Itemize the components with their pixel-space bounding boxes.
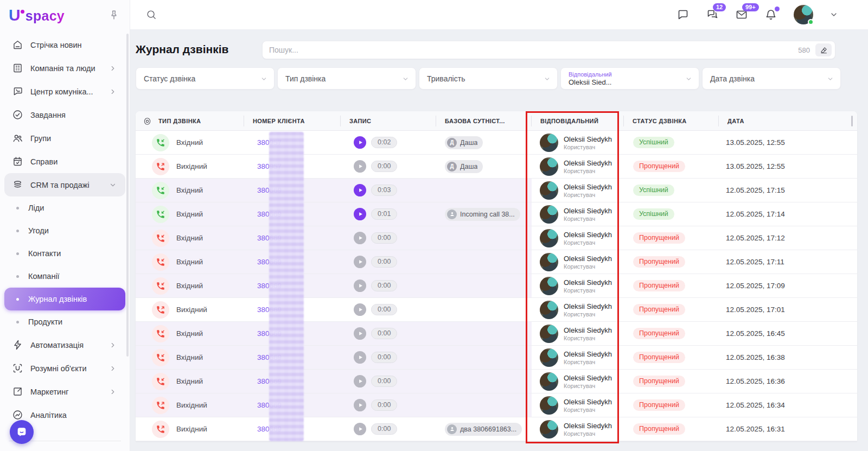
client-number-link[interactable]: 380957 bbox=[257, 162, 282, 170]
filter-select-0[interactable]: Статус дзвінка bbox=[136, 67, 275, 90]
sidebar-item-8[interactable]: Угоди bbox=[4, 219, 125, 242]
search-input[interactable] bbox=[269, 46, 798, 54]
play-button[interactable] bbox=[354, 280, 366, 292]
responsible-name: Oleksii Siedykh bbox=[564, 278, 612, 287]
client-number-link[interactable]: 380669 bbox=[257, 401, 282, 409]
sidebar-item-3[interactable]: Завдання bbox=[4, 103, 125, 126]
client-number-link[interactable]: 380669 bbox=[257, 186, 282, 194]
play-button[interactable] bbox=[354, 160, 366, 173]
column-header-6[interactable]: ДАТА bbox=[719, 111, 857, 131]
sidebar-item-11[interactable]: Журнал дзвінків bbox=[4, 288, 125, 310]
play-button[interactable] bbox=[354, 327, 366, 340]
topbar: 12 99+ bbox=[130, 0, 868, 30]
column-header-5[interactable]: СТАТУС ДЗВІНКА bbox=[624, 111, 719, 131]
sidebar-item-9[interactable]: Контакти bbox=[4, 242, 125, 265]
play-button[interactable] bbox=[354, 184, 366, 196]
table-row[interactable]: Вихідний 380669 0:00 два 3806691863... O… bbox=[136, 417, 857, 441]
client-number-link[interactable]: 380669 bbox=[257, 329, 282, 338]
filter-select-4[interactable]: Дата дзвінка bbox=[702, 67, 841, 90]
user-avatar[interactable] bbox=[794, 5, 813, 24]
table-row[interactable]: Вхідний 380669 0:00 Oleksii Siedykh Кори… bbox=[136, 226, 857, 250]
column-header-2[interactable]: ЗАПИС bbox=[341, 111, 436, 131]
sidebar-item-5[interactable]: Справи bbox=[4, 150, 125, 173]
column-header-3[interactable]: БАЗОВА СУТНІСТ... bbox=[436, 111, 532, 131]
gear-icon[interactable] bbox=[143, 117, 152, 126]
responsible-avatar bbox=[540, 134, 558, 152]
play-button[interactable] bbox=[354, 351, 366, 364]
sidebar-item-14[interactable]: Розумні об'єкти bbox=[4, 357, 125, 380]
client-number-link[interactable]: 380957 bbox=[257, 138, 282, 147]
play-button[interactable] bbox=[354, 423, 366, 435]
column-header-4[interactable]: ВІДПОВІДАЛЬНИЙ bbox=[532, 111, 624, 131]
global-search-icon[interactable] bbox=[145, 9, 157, 21]
client-number-link[interactable]: 380669 bbox=[257, 234, 282, 242]
sidebar-item-13[interactable]: Автоматизація bbox=[4, 333, 125, 357]
call-datetime: 12.05.2025, 17:14 bbox=[726, 210, 785, 218]
table-row[interactable]: Вхідний 380669 0:01 Incoming call 38... … bbox=[136, 202, 857, 226]
logo-u: U bbox=[9, 6, 21, 24]
table-row[interactable]: Вхідний 380669 0:00 Oleksii Siedykh Кори… bbox=[136, 274, 857, 298]
task-icon bbox=[12, 109, 23, 120]
sidebar-item-12[interactable]: Продукти bbox=[4, 310, 125, 333]
filter-responsible[interactable]: Відповідальний Oleksii Sied... bbox=[560, 67, 699, 90]
mail-icon[interactable]: 99+ bbox=[735, 8, 748, 21]
client-number-link[interactable]: 380669 bbox=[257, 425, 282, 433]
column-header-0[interactable]: ТИП ДЗВІНКА bbox=[136, 111, 244, 131]
clear-search-icon[interactable] bbox=[815, 43, 832, 56]
play-button[interactable] bbox=[354, 303, 366, 316]
support-chat-button[interactable] bbox=[10, 420, 34, 444]
sidebar-item-0[interactable]: Стрічка новин bbox=[4, 33, 125, 56]
responsible-role: Користувач bbox=[564, 168, 612, 174]
client-number-link[interactable]: 380669 bbox=[257, 282, 282, 290]
responsible-name: Oleksii Siedykh bbox=[564, 398, 612, 406]
filter-select-1[interactable]: Тип дзвінка bbox=[277, 67, 416, 90]
bullet-icon bbox=[16, 207, 19, 209]
column-header-1[interactable]: НОМЕР КЛІЄНТА bbox=[244, 111, 341, 131]
table-row[interactable]: Вихідний 380669 0:00 Oleksii Siedykh Кор… bbox=[136, 298, 857, 322]
sidebar-scrollbar[interactable] bbox=[126, 34, 129, 357]
table-scrollbar[interactable] bbox=[851, 116, 853, 126]
sidebar-item-1[interactable]: Компанія та люди bbox=[4, 56, 125, 80]
pin-sidebar-icon[interactable] bbox=[108, 9, 120, 21]
play-button[interactable] bbox=[354, 208, 366, 220]
filter-select-2[interactable]: Тривалість bbox=[419, 67, 558, 90]
sidebar-item-2[interactable]: Центр комуніка... bbox=[4, 80, 125, 103]
chat-icon[interactable] bbox=[676, 8, 690, 21]
table-row[interactable]: Вхідний 380669 0:00 Oleksii Siedykh Кори… bbox=[136, 250, 857, 274]
sidebar-item-10[interactable]: Компанії bbox=[4, 265, 125, 288]
table-row[interactable]: Вхідний 380669 0:00 Oleksii Siedykh Кори… bbox=[136, 322, 857, 346]
base-entity-chip[interactable]: Incoming call 38... bbox=[445, 208, 520, 221]
table-row[interactable]: Вхідний 380669 0:00 Oleksii Siedykh Кори… bbox=[136, 370, 857, 393]
play-button[interactable] bbox=[354, 136, 366, 149]
responsible-avatar bbox=[540, 348, 558, 367]
profile-menu-chevron-icon[interactable] bbox=[829, 10, 838, 19]
table-row[interactable]: Вхідний 380669 0:03 Oleksii Siedykh Кори… bbox=[136, 179, 857, 202]
play-button[interactable] bbox=[354, 375, 366, 388]
status-badge: Пропущений bbox=[633, 161, 685, 172]
notifications-bell-icon[interactable] bbox=[764, 8, 777, 21]
client-number-link[interactable]: 380669 bbox=[257, 353, 282, 361]
play-button[interactable] bbox=[354, 232, 366, 244]
chevron-icon bbox=[109, 65, 117, 72]
client-number-link[interactable]: 380669 bbox=[257, 258, 282, 266]
table-row[interactable]: Вихідний 380957 0:00 ДДаша Oleksii Siedy… bbox=[136, 155, 857, 179]
play-button[interactable] bbox=[354, 399, 366, 411]
client-number-link[interactable]: 380669 bbox=[257, 210, 282, 218]
uspacy-logo[interactable]: U spacy bbox=[9, 6, 65, 24]
client-number-link[interactable]: 380669 bbox=[257, 377, 282, 385]
sidebar-item-6[interactable]: CRM та продажі bbox=[4, 173, 125, 196]
play-button[interactable] bbox=[354, 256, 366, 268]
base-entity-chip[interactable]: ДДаша bbox=[445, 136, 483, 149]
table-row[interactable]: Вхідний 380957 0:02 ДДаша Oleksii Siedyk… bbox=[136, 131, 857, 155]
sidebar-item-7[interactable]: Ліди bbox=[4, 196, 125, 219]
base-entity-chip[interactable]: ДДаша bbox=[445, 160, 483, 173]
entity-label: два 3806691863... bbox=[460, 425, 516, 433]
sidebar-item-4[interactable]: Групи bbox=[4, 126, 125, 150]
base-entity-chip[interactable]: два 3806691863... bbox=[445, 423, 522, 436]
table-row[interactable]: Вхідний 380669 0:00 Oleksii Siedykh Кори… bbox=[136, 346, 857, 370]
table-row[interactable]: Вихідний 380669 0:00 Oleksii Siedykh Кор… bbox=[136, 393, 857, 417]
sidebar-item-15[interactable]: Маркетинг bbox=[4, 380, 125, 403]
bullet-icon bbox=[16, 230, 19, 232]
messenger-icon[interactable]: 12 bbox=[706, 8, 719, 21]
client-number-link[interactable]: 380669 bbox=[257, 306, 282, 314]
